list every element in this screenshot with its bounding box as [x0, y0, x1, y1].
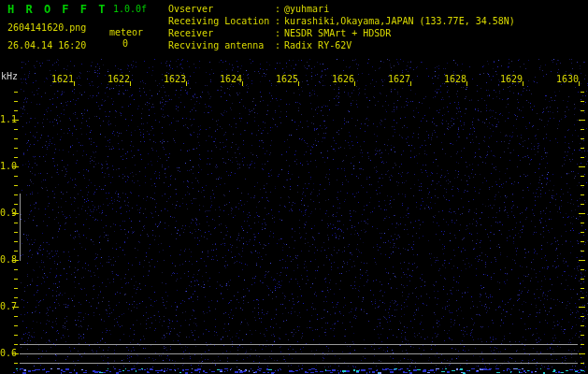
x-axis-tick	[74, 81, 75, 86]
y-axis-minor-tick-left	[14, 316, 18, 317]
y-axis-minor-tick-right	[581, 363, 584, 364]
date-time: 26.04.14 16:20	[7, 40, 86, 50]
x-axis-tick	[523, 81, 523, 86]
y-axis-minor-tick-right	[581, 325, 584, 326]
y-axis-minor-tick-right	[581, 194, 584, 195]
y-axis-minor-tick-left	[14, 157, 18, 158]
info-row-label: Recviving antenna	[168, 39, 275, 51]
y-axis-minor-tick-right	[581, 157, 584, 158]
info-row-value: kurashiki,Okayama,JAPAN (133.77E, 34.58N…	[284, 16, 515, 26]
y-axis-minor-tick-left	[14, 363, 18, 364]
receiver-info: Ovserver:@yuhmariReceiving Location:kura…	[168, 3, 515, 51]
info-row-value: NESDR SMArt + HDSDR	[284, 28, 391, 38]
y-axis-minor-tick-left	[14, 194, 18, 195]
y-axis-minor-tick-left	[14, 204, 18, 205]
y-axis-major-tick-left	[12, 166, 19, 167]
y-axis-minor-tick-right	[581, 138, 584, 139]
y-axis-minor-tick-left	[14, 138, 18, 139]
info-row-separator: :	[275, 39, 284, 51]
info-row-1: Receiving Location:kurashiki,Okayama,JAP…	[168, 15, 515, 27]
info-row-0: Ovserver:@yuhmari	[168, 3, 515, 15]
x-axis-label-1624: 1624	[219, 74, 243, 84]
y-axis-minor-tick-right	[581, 241, 584, 242]
y-axis-minor-tick-left	[14, 251, 18, 252]
y-axis-minor-tick-left	[14, 92, 18, 93]
y-axis-major-tick-right	[579, 353, 585, 354]
y-axis-major-tick-right	[579, 166, 585, 167]
x-axis-tick	[298, 81, 299, 86]
info-row-value: @yuhmari	[284, 4, 329, 14]
x-axis-label-1627: 1627	[387, 74, 411, 84]
y-axis-minor-tick-left	[14, 325, 18, 326]
carrier-reference-line-lower	[20, 363, 578, 364]
y-axis-minor-tick-left	[14, 129, 18, 130]
y-axis-major-tick-right	[579, 307, 585, 308]
y-axis-minor-tick-left	[14, 335, 18, 336]
y-axis-minor-tick-right	[581, 101, 584, 102]
carrier-reference-line-upper	[20, 344, 578, 345]
info-row-separator: :	[275, 15, 284, 27]
y-axis-major-tick-left	[12, 353, 19, 354]
carrier-reference-line-middle	[20, 353, 578, 354]
info-row-label: Ovserver	[168, 3, 275, 15]
y-axis-minor-tick-left	[14, 232, 18, 233]
y-axis-minor-tick-right	[581, 232, 584, 233]
info-row-value: Radix RY-62V	[284, 40, 351, 50]
y-axis-minor-tick-right	[581, 204, 584, 205]
y-axis-minor-tick-right	[581, 279, 584, 280]
y-axis-minor-tick-left	[14, 288, 18, 289]
y-axis-major-tick-right	[579, 260, 585, 261]
y-axis-minor-tick-left	[14, 148, 18, 149]
x-axis-tick	[186, 81, 187, 86]
y-axis-minor-tick-right	[581, 176, 584, 177]
y-axis-minor-tick-right	[581, 251, 584, 252]
y-axis-minor-tick-right	[581, 92, 584, 93]
y-axis-label-0.7: 0.7	[0, 301, 12, 311]
y-axis-label-1.1: 1.1	[0, 114, 12, 124]
app-title: H R O F F T	[7, 3, 108, 16]
x-axis-tick	[579, 81, 580, 86]
y-axis-minor-tick-left	[14, 241, 18, 242]
y-axis-label-0.6: 0.6	[0, 348, 12, 358]
y-axis-minor-tick-left	[14, 176, 18, 177]
y-axis-major-tick-left	[12, 307, 19, 308]
y-axis-minor-tick-right	[581, 223, 584, 223]
x-axis-tick	[410, 81, 411, 86]
y-axis-major-tick-left	[12, 260, 19, 261]
y-axis-major-tick-left	[12, 120, 19, 121]
x-axis-label-1626: 1626	[331, 74, 355, 84]
y-axis-minor-tick-right	[581, 185, 584, 186]
y-axis-minor-tick-right	[581, 288, 584, 289]
y-axis-minor-tick-right	[581, 110, 584, 111]
spectrogram-canvas	[0, 0, 588, 374]
info-row-separator: :	[275, 27, 284, 39]
app-version: 1.0.0f	[113, 4, 147, 14]
y-axis-minor-tick-right	[581, 344, 584, 345]
y-axis-minor-tick-right	[581, 335, 584, 336]
x-axis-tick	[354, 81, 355, 86]
x-axis-label-1622: 1622	[107, 74, 131, 84]
meteor-counter-value: 0	[122, 38, 128, 49]
y-axis-minor-tick-right	[581, 316, 584, 317]
info-row-3: Recviving antenna:Radix RY-62V	[168, 39, 515, 51]
level-marker-bar	[20, 194, 21, 261]
x-axis-label-1625: 1625	[275, 74, 299, 84]
y-axis-minor-tick-right	[581, 148, 584, 149]
info-row-separator: :	[275, 3, 284, 15]
x-axis-label-1621: 1621	[50, 74, 75, 84]
x-axis-label-1623: 1623	[163, 74, 187, 84]
output-filename: 2604141620.png	[7, 22, 86, 33]
x-axis-tick	[466, 81, 467, 86]
y-axis-major-tick-right	[579, 213, 585, 214]
y-axis-minor-tick-left	[14, 344, 18, 345]
x-axis-tick	[242, 81, 243, 86]
y-axis-minor-tick-left	[14, 279, 18, 280]
x-axis-tick	[130, 81, 131, 86]
x-axis-label-1630: 1630	[555, 74, 580, 84]
y-axis-major-tick-left	[12, 213, 19, 214]
y-axis-minor-tick-right	[581, 269, 584, 270]
y-axis-minor-tick-left	[14, 223, 18, 223]
y-axis-minor-tick-left	[14, 110, 18, 111]
info-row-2: Receiver:NESDR SMArt + HDSDR	[168, 27, 515, 39]
y-axis-minor-tick-left	[14, 101, 18, 102]
